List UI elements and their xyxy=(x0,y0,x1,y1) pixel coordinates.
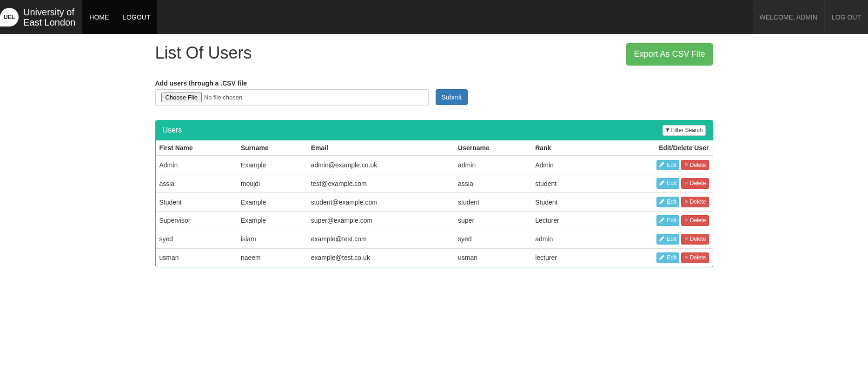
th-rank: Rank xyxy=(531,140,594,156)
cell-username: student xyxy=(454,193,531,212)
uel-logo-icon: UEL xyxy=(0,8,19,27)
edit-button[interactable]: Edit xyxy=(656,197,679,207)
cell-surname: naeem xyxy=(237,248,307,266)
close-icon xyxy=(684,254,689,262)
cell-surname: Example xyxy=(237,212,307,230)
file-input[interactable]: Choose File No file chosen xyxy=(155,89,429,106)
table-row: assiamoujditest@example.comassiastudent … xyxy=(156,174,713,193)
cell-first-name: syed xyxy=(156,230,237,248)
cell-actions: EditDelete xyxy=(594,248,713,266)
file-status-text: No file chosen xyxy=(204,94,242,101)
panel-title: Users xyxy=(163,126,182,134)
brand-line2: East London xyxy=(23,17,75,27)
nav-logout[interactable]: LOGOUT xyxy=(116,0,157,34)
cell-first-name: Supervisor xyxy=(156,212,237,230)
page-title: List Of Users xyxy=(155,43,252,63)
brand-text: University of East London xyxy=(23,7,75,27)
nav-left: HOME LOGOUT xyxy=(82,0,157,34)
cell-first-name: Student xyxy=(156,193,237,212)
nav-logout-right[interactable]: LOG OUT xyxy=(824,0,868,34)
cell-first-name: assia xyxy=(156,174,237,193)
delete-button[interactable]: Delete xyxy=(681,178,709,189)
cell-username: super xyxy=(454,212,531,230)
export-csv-button[interactable]: Export As CSV File xyxy=(626,43,713,66)
cell-first-name: Admin xyxy=(156,156,237,174)
upload-label: Add users through a .CSV file xyxy=(155,80,247,87)
delete-button[interactable]: Delete xyxy=(681,252,709,263)
cell-surname: moujdi xyxy=(237,174,307,193)
brand-line1: University of xyxy=(23,7,74,17)
edit-icon xyxy=(659,254,664,262)
cell-actions: EditDelete xyxy=(594,230,713,248)
th-first-name: First Name xyxy=(156,140,237,156)
cell-actions: EditDelete xyxy=(594,212,713,230)
edit-icon xyxy=(659,198,664,206)
users-table: First Name Surname Email Username Rank E… xyxy=(156,140,713,267)
cell-actions: EditDelete xyxy=(594,156,713,174)
delete-button[interactable]: Delete xyxy=(681,197,709,207)
panel-heading: Users Filter Search xyxy=(156,120,713,140)
edit-icon xyxy=(659,235,664,244)
filter-search-button[interactable]: Filter Search xyxy=(663,125,705,136)
nav-right: WELCOME, ADMIN LOG OUT xyxy=(753,0,868,34)
cell-surname: Example xyxy=(237,193,307,212)
cell-rank: lecturer xyxy=(531,248,594,266)
close-icon xyxy=(684,235,689,244)
upload-form: Add users through a .CSV file Choose Fil… xyxy=(155,80,713,106)
cell-actions: EditDelete xyxy=(594,193,713,212)
nav-home[interactable]: HOME xyxy=(82,0,116,34)
cell-username: usman xyxy=(454,248,531,266)
edit-icon xyxy=(659,217,664,225)
cell-first-name: usman xyxy=(156,248,237,266)
cell-surname: Example xyxy=(237,156,307,174)
edit-button[interactable]: Edit xyxy=(656,252,679,263)
nav-welcome[interactable]: WELCOME, ADMIN xyxy=(753,0,824,34)
cell-rank: Lecturer xyxy=(531,212,594,230)
close-icon xyxy=(684,217,689,225)
filter-search-label: Filter Search xyxy=(671,127,702,133)
cell-username: syed xyxy=(454,230,531,248)
close-icon xyxy=(684,161,689,169)
main-container: List Of Users Export As CSV File Add use… xyxy=(148,43,720,267)
top-navbar: UEL University of East London HOME LOGOU… xyxy=(0,0,868,34)
table-row: AdminExampleadmin@example.co.ukadminAdmi… xyxy=(156,156,713,174)
edit-icon xyxy=(659,161,664,169)
delete-button[interactable]: Delete xyxy=(681,234,709,245)
cell-rank: student xyxy=(531,174,594,193)
table-row: SupervisorExamplesuper@example.comsuperL… xyxy=(156,212,713,230)
close-icon xyxy=(684,179,689,188)
cell-rank: Admin xyxy=(531,156,594,174)
cell-username: assia xyxy=(454,174,531,193)
table-row: syedislamexample@test.comsyedadmin EditD… xyxy=(156,230,713,248)
users-panel: Users Filter Search First Name Surname E… xyxy=(155,120,713,267)
edit-button[interactable]: Edit xyxy=(656,234,679,245)
cell-rank: admin xyxy=(531,230,594,248)
close-icon xyxy=(684,198,689,206)
edit-button[interactable]: Edit xyxy=(656,215,679,226)
cell-actions: EditDelete xyxy=(594,174,713,193)
th-actions: Edit/Delete User xyxy=(594,140,713,156)
delete-button[interactable]: Delete xyxy=(681,160,709,171)
cell-surname: islam xyxy=(237,230,307,248)
choose-file-button[interactable]: Choose File xyxy=(161,93,202,102)
edit-icon xyxy=(659,179,664,188)
cell-email: example@test.co.uk xyxy=(307,248,454,266)
edit-button[interactable]: Edit xyxy=(656,160,679,171)
cell-username: admin xyxy=(454,156,531,174)
th-username: Username xyxy=(454,140,531,156)
page-header: List Of Users Export As CSV File xyxy=(155,43,713,70)
table-row: StudentExamplestudent@example.comstudent… xyxy=(156,193,713,212)
table-row: usmannaeemexample@test.co.ukusmanlecture… xyxy=(156,248,713,266)
cell-email: student@example.com xyxy=(307,193,454,212)
cell-email: admin@example.co.uk xyxy=(307,156,454,174)
th-surname: Surname xyxy=(237,140,307,156)
cell-email: example@test.com xyxy=(307,230,454,248)
cell-email: test@example.com xyxy=(307,174,454,193)
cell-rank: Student xyxy=(531,193,594,212)
edit-button[interactable]: Edit xyxy=(656,178,679,189)
brand[interactable]: UEL University of East London xyxy=(0,0,82,34)
submit-button[interactable]: Submit xyxy=(436,89,468,105)
filter-icon xyxy=(665,126,670,135)
th-email: Email xyxy=(307,140,454,156)
delete-button[interactable]: Delete xyxy=(681,215,709,226)
